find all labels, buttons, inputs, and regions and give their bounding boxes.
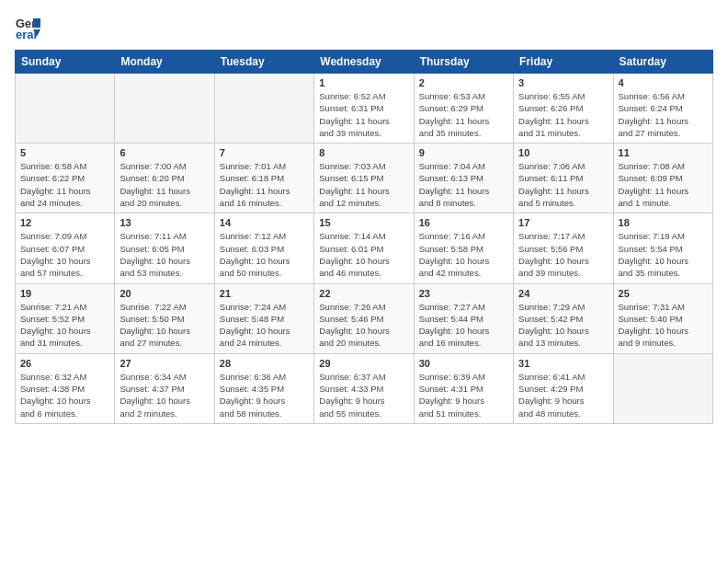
day-info: Sunrise: 7:00 AM Sunset: 6:20 PM Dayligh… [119,160,209,209]
calendar-cell: 22Sunrise: 7:26 AM Sunset: 5:46 PM Dayli… [314,283,414,353]
day-number: 7 [220,147,309,158]
day-number: 17 [518,217,608,228]
column-header-tuesday: Tuesday [214,51,313,74]
calendar-cell: 16Sunrise: 7:16 AM Sunset: 5:58 PM Dayli… [414,213,513,283]
day-info: Sunrise: 7:16 AM Sunset: 5:58 PM Dayligh… [419,230,508,279]
day-info: Sunrise: 7:09 AM Sunset: 6:07 PM Dayligh… [20,230,109,279]
day-number: 4 [619,77,708,88]
day-info: Sunrise: 7:03 AM Sunset: 6:15 PM Dayligh… [319,160,408,209]
day-number: 2 [419,77,508,88]
day-info: Sunrise: 6:52 AM Sunset: 6:31 PM Dayligh… [319,90,408,139]
calendar-cell: 10Sunrise: 7:06 AM Sunset: 6:11 PM Dayli… [514,144,613,213]
day-number: 13 [119,217,209,228]
day-number: 9 [419,147,508,158]
day-info: Sunrise: 7:19 AM Sunset: 5:54 PM Dayligh… [619,230,708,279]
day-number: 16 [419,217,508,228]
column-header-thursday: Thursday [414,51,513,74]
day-info: Sunrise: 6:37 AM Sunset: 4:33 PM Dayligh… [319,371,408,419]
calendar-cell: 2Sunrise: 6:53 AM Sunset: 6:29 PM Daylig… [414,74,513,144]
day-number: 3 [518,77,608,88]
day-number: 31 [518,358,608,369]
calendar-cell: 30Sunrise: 6:39 AM Sunset: 4:31 PM Dayli… [414,353,513,423]
calendar-cell: 11Sunrise: 7:08 AM Sunset: 6:09 PM Dayli… [613,144,712,213]
day-number: 6 [119,147,209,158]
day-number: 24 [518,288,608,299]
day-info: Sunrise: 7:11 AM Sunset: 6:05 PM Dayligh… [119,230,209,279]
day-number: 1 [319,77,408,88]
calendar-cell: 12Sunrise: 7:09 AM Sunset: 6:07 PM Dayli… [16,213,115,283]
calendar-cell: 18Sunrise: 7:19 AM Sunset: 5:54 PM Dayli… [613,213,712,283]
day-info: Sunrise: 6:39 AM Sunset: 4:31 PM Dayligh… [419,371,508,419]
day-number: 30 [419,358,508,369]
day-number: 18 [619,217,708,228]
calendar-cell: 14Sunrise: 7:12 AM Sunset: 6:03 PM Dayli… [214,213,313,283]
calendar-cell: 31Sunrise: 6:41 AM Sunset: 4:29 PM Dayli… [514,353,613,423]
day-info: Sunrise: 6:32 AM Sunset: 4:38 PM Dayligh… [20,371,109,419]
calendar-week-row: 26Sunrise: 6:32 AM Sunset: 4:38 PM Dayli… [16,353,713,423]
calendar-cell: 4Sunrise: 6:56 AM Sunset: 6:24 PM Daylig… [613,74,712,144]
logo-icon: Gen eral [15,15,40,40]
calendar-cell: 5Sunrise: 6:58 AM Sunset: 6:22 PM Daylig… [16,144,115,213]
calendar-week-row: 1Sunrise: 6:52 AM Sunset: 6:31 PM Daylig… [16,74,713,144]
calendar-cell: 8Sunrise: 7:03 AM Sunset: 6:15 PM Daylig… [314,144,414,213]
day-number: 8 [319,147,408,158]
column-header-saturday: Saturday [613,51,712,74]
calendar-week-row: 19Sunrise: 7:21 AM Sunset: 5:52 PM Dayli… [16,283,713,353]
column-header-wednesday: Wednesday [314,51,414,74]
day-number: 25 [619,288,708,299]
calendar-week-row: 12Sunrise: 7:09 AM Sunset: 6:07 PM Dayli… [16,213,713,283]
day-number: 20 [119,288,209,299]
page-header: Gen eral [15,15,713,40]
calendar-cell: 20Sunrise: 7:22 AM Sunset: 5:50 PM Dayli… [115,283,214,353]
calendar-cell: 17Sunrise: 7:17 AM Sunset: 5:56 PM Dayli… [514,213,613,283]
day-number: 10 [518,147,608,158]
day-info: Sunrise: 7:24 AM Sunset: 5:48 PM Dayligh… [220,301,309,350]
calendar-cell: 26Sunrise: 6:32 AM Sunset: 4:38 PM Dayli… [16,353,115,423]
calendar-cell: 3Sunrise: 6:55 AM Sunset: 6:26 PM Daylig… [514,74,613,144]
calendar-cell: 13Sunrise: 7:11 AM Sunset: 6:05 PM Dayli… [115,213,214,283]
day-info: Sunrise: 6:34 AM Sunset: 4:37 PM Dayligh… [119,371,209,419]
day-info: Sunrise: 7:04 AM Sunset: 6:13 PM Dayligh… [419,160,508,209]
calendar-cell: 21Sunrise: 7:24 AM Sunset: 5:48 PM Dayli… [214,283,313,353]
calendar-cell: 28Sunrise: 6:36 AM Sunset: 4:35 PM Dayli… [214,353,313,423]
calendar-cell: 6Sunrise: 7:00 AM Sunset: 6:20 PM Daylig… [115,144,214,213]
calendar-table: SundayMondayTuesdayWednesdayThursdayFrid… [15,50,713,424]
calendar-cell [115,74,214,144]
calendar-cell: 19Sunrise: 7:21 AM Sunset: 5:52 PM Dayli… [16,283,115,353]
day-info: Sunrise: 6:36 AM Sunset: 4:35 PM Dayligh… [220,371,309,419]
calendar-cell: 15Sunrise: 7:14 AM Sunset: 6:01 PM Dayli… [314,213,414,283]
column-header-monday: Monday [115,51,214,74]
calendar-cell [613,353,712,423]
day-number: 12 [20,217,109,228]
day-number: 5 [20,147,109,158]
day-number: 28 [220,358,309,369]
calendar-cell: 7Sunrise: 7:01 AM Sunset: 6:18 PM Daylig… [214,144,313,213]
calendar-cell: 1Sunrise: 6:52 AM Sunset: 6:31 PM Daylig… [314,74,414,144]
calendar-cell: 25Sunrise: 7:31 AM Sunset: 5:40 PM Dayli… [613,283,712,353]
day-info: Sunrise: 7:12 AM Sunset: 6:03 PM Dayligh… [220,230,309,279]
day-info: Sunrise: 7:01 AM Sunset: 6:18 PM Dayligh… [220,160,309,209]
day-number: 21 [220,288,309,299]
svg-marker-2 [33,18,40,28]
day-info: Sunrise: 7:29 AM Sunset: 5:42 PM Dayligh… [518,301,608,350]
calendar-week-row: 5Sunrise: 6:58 AM Sunset: 6:22 PM Daylig… [16,144,713,213]
day-info: Sunrise: 7:17 AM Sunset: 5:56 PM Dayligh… [518,230,608,279]
day-number: 11 [619,147,708,158]
day-info: Sunrise: 7:31 AM Sunset: 5:40 PM Dayligh… [619,301,708,350]
day-info: Sunrise: 7:27 AM Sunset: 5:44 PM Dayligh… [419,301,508,350]
day-number: 29 [319,358,408,369]
day-number: 23 [419,288,508,299]
day-number: 15 [319,217,408,228]
calendar-cell: 24Sunrise: 7:29 AM Sunset: 5:42 PM Dayli… [514,283,613,353]
day-info: Sunrise: 7:06 AM Sunset: 6:11 PM Dayligh… [518,160,608,209]
calendar-header-row: SundayMondayTuesdayWednesdayThursdayFrid… [16,51,713,74]
day-number: 14 [220,217,309,228]
day-info: Sunrise: 7:21 AM Sunset: 5:52 PM Dayligh… [20,301,109,350]
day-info: Sunrise: 6:56 AM Sunset: 6:24 PM Dayligh… [619,90,708,139]
day-number: 27 [119,358,209,369]
column-header-friday: Friday [514,51,613,74]
calendar-cell: 29Sunrise: 6:37 AM Sunset: 4:33 PM Dayli… [314,353,414,423]
day-info: Sunrise: 7:08 AM Sunset: 6:09 PM Dayligh… [619,160,708,209]
day-number: 19 [20,288,109,299]
day-info: Sunrise: 6:55 AM Sunset: 6:26 PM Dayligh… [518,90,608,139]
